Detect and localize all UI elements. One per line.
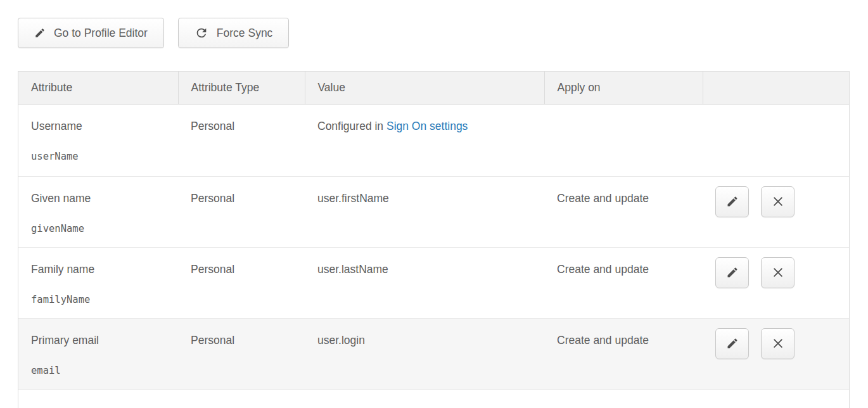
force-sync-button[interactable]: Force Sync <box>178 18 290 48</box>
delete-attribute-button[interactable] <box>761 328 795 359</box>
apply-on-cell: Create and update <box>544 318 703 389</box>
apply-on-cell: Create and update <box>544 176 703 247</box>
row-actions <box>715 186 849 217</box>
row-actions <box>715 257 849 288</box>
table-row-username: Username userName Personal Configured in… <box>18 104 849 176</box>
attribute-variable-name: familyName <box>31 294 172 305</box>
attribute-label: Username <box>31 120 172 133</box>
pencil-icon <box>726 266 739 279</box>
pencil-icon <box>726 195 739 208</box>
pencil-icon <box>726 337 739 350</box>
table-row-primary-email: Primary email email Personal user.login … <box>18 318 849 389</box>
attribute-variable-name: email <box>31 365 172 376</box>
value-text: Configured in <box>317 120 386 132</box>
attribute-type-cell: Personal <box>178 176 305 247</box>
attribute-type-cell: Personal <box>178 318 305 389</box>
table-row-family-name: Family name familyName Personal user.las… <box>18 247 849 318</box>
delete-attribute-button[interactable] <box>761 186 795 217</box>
close-icon <box>772 266 784 279</box>
column-header-attribute: Attribute <box>18 72 178 104</box>
go-to-profile-editor-label: Go to Profile Editor <box>54 27 148 40</box>
attribute-type-cell: Personal <box>178 247 305 318</box>
go-to-profile-editor-button[interactable]: Go to Profile Editor <box>18 18 164 48</box>
force-sync-label: Force Sync <box>217 27 273 40</box>
column-header-apply-on: Apply on <box>544 72 703 104</box>
table-row-given-name: Given name givenName Personal user.first… <box>18 176 849 247</box>
close-icon <box>772 337 784 350</box>
attribute-type-cell: Personal <box>178 104 305 176</box>
attribute-mappings-table: Attribute Attribute Type Value Apply on … <box>18 71 850 408</box>
pencil-icon <box>34 27 46 39</box>
column-header-actions <box>703 72 849 104</box>
column-header-attribute-type: Attribute Type <box>178 72 305 104</box>
attribute-variable-name: givenName <box>31 223 172 234</box>
attribute-variable-name: userName <box>31 151 172 162</box>
value-cell: user.login <box>305 318 544 389</box>
attribute-mappings-page: Go to Profile Editor Force Sync Attribut… <box>0 0 868 408</box>
attribute-label: Family name <box>31 263 172 276</box>
column-header-value: Value <box>305 72 544 104</box>
attribute-label: Primary email <box>31 334 172 347</box>
refresh-icon <box>195 26 208 40</box>
edit-attribute-button[interactable] <box>715 257 749 288</box>
edit-attribute-button[interactable] <box>715 186 749 217</box>
apply-on-cell: Create and update <box>544 247 703 318</box>
toolbar: Go to Profile Editor Force Sync <box>18 18 868 48</box>
apply-on-cell <box>544 104 703 176</box>
close-icon <box>772 195 784 208</box>
row-actions <box>715 328 849 359</box>
value-cell: user.firstName <box>305 176 544 247</box>
edit-attribute-button[interactable] <box>715 328 749 359</box>
table-header-row: Attribute Attribute Type Value Apply on <box>18 72 849 104</box>
sign-on-settings-link[interactable]: Sign On settings <box>386 120 468 132</box>
table-row-partial <box>18 389 849 408</box>
value-cell: user.lastName <box>305 247 544 318</box>
delete-attribute-button[interactable] <box>761 257 795 288</box>
attribute-label: Given name <box>31 192 172 205</box>
